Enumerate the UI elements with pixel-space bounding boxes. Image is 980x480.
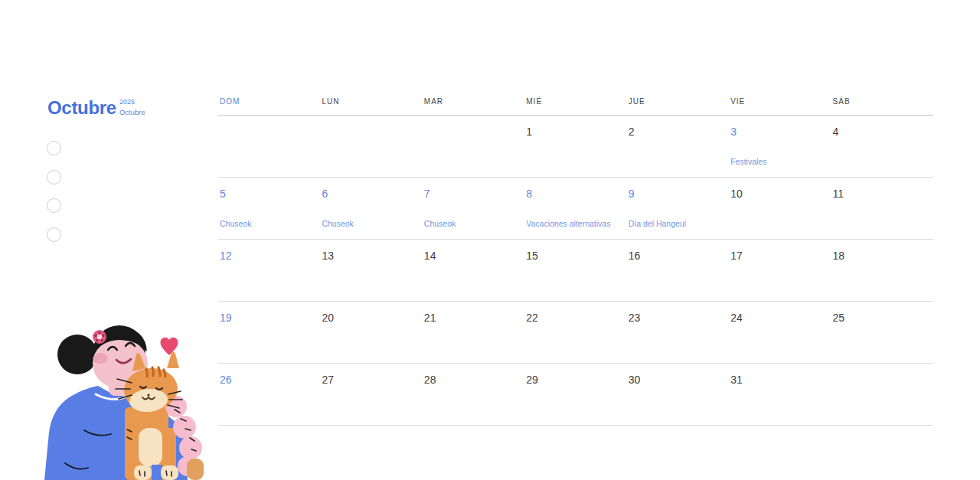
event-label[interactable]: Chuseok: [220, 219, 251, 228]
calendar-cell[interactable]: [423, 116, 524, 177]
calendar-cell[interactable]: 16: [627, 240, 729, 301]
month-title: Octubre: [47, 98, 116, 118]
weekday-header-dom: DOM: [218, 92, 320, 115]
day-number: 19: [220, 312, 317, 323]
day-number: 30: [629, 374, 726, 385]
day-number: 20: [322, 312, 419, 323]
day-number: 21: [424, 312, 521, 323]
calendar-cell[interactable]: 27: [320, 364, 422, 425]
event-label[interactable]: Chuseok: [424, 219, 456, 228]
weekday-header-mar: MAR: [423, 92, 524, 115]
day-number: 7: [424, 188, 521, 199]
event-label[interactable]: Día del Hangeul: [629, 219, 686, 228]
calendar-cell[interactable]: 15: [524, 240, 626, 301]
day-number: 28: [424, 374, 521, 385]
calendar-cell[interactable]: 12: [218, 240, 320, 301]
day-number: 14: [424, 250, 521, 261]
day-number: 22: [526, 312, 623, 323]
day-number: 16: [629, 250, 726, 261]
calendar-cell[interactable]: 18: [831, 240, 933, 301]
weekday-header-lun: LUN: [320, 92, 422, 115]
day-number: 2: [629, 126, 726, 137]
todo-circle[interactable]: [47, 141, 61, 155]
calendar-cell[interactable]: 13: [320, 240, 422, 301]
event-label[interactable]: Vacaciones alternativas: [526, 219, 610, 228]
event-label[interactable]: Chuseok: [322, 219, 353, 228]
day-number: 3: [730, 126, 828, 137]
calendar-cell[interactable]: 4: [831, 116, 933, 177]
calendar-cell[interactable]: 10: [729, 178, 831, 239]
cheek-blush: [93, 353, 108, 364]
day-number: 13: [322, 250, 419, 261]
day-number: 31: [730, 374, 828, 385]
calendar-cell[interactable]: 17: [729, 240, 831, 301]
day-number: 24: [730, 312, 828, 323]
calendar-cell[interactable]: 19: [218, 302, 320, 363]
calendar-cell[interactable]: [320, 116, 422, 177]
calendar-cell[interactable]: 30: [627, 364, 729, 425]
calendar-week-row: 262728293031: [218, 364, 933, 426]
woman-and-cat-illustration: [40, 321, 217, 480]
day-number: 4: [833, 126, 930, 137]
calendar-cell[interactable]: 28: [423, 364, 524, 425]
calendar-cell[interactable]: 1: [524, 116, 626, 177]
calendar-cell[interactable]: 8Vacaciones alternativas: [524, 178, 626, 239]
day-number: 9: [629, 188, 726, 199]
calendar-week-row: 123Festivales4: [218, 116, 933, 178]
day-number: 26: [220, 374, 317, 385]
day-number: 27: [322, 374, 419, 385]
calendar-cell[interactable]: [831, 364, 933, 425]
calendar-cell[interactable]: 6Chuseok: [320, 178, 422, 239]
calendar-cell[interactable]: 20: [320, 302, 422, 363]
calendar-cell[interactable]: 29: [524, 364, 626, 425]
calendar-week-row: 5Chuseok6Chuseok7Chuseok8Vacaciones alte…: [218, 178, 933, 240]
day-number: 6: [322, 188, 419, 199]
hand: [187, 459, 204, 480]
flower-icon: [93, 330, 106, 344]
day-number: 5: [220, 188, 317, 199]
calendar-cell[interactable]: 2: [627, 116, 729, 177]
day-number: 12: [220, 250, 317, 261]
day-number: 11: [833, 188, 930, 199]
day-number: 8: [526, 188, 623, 199]
calendar-cell[interactable]: 23: [627, 302, 729, 363]
calendar-cell[interactable]: 26: [218, 364, 320, 425]
day-number: 29: [526, 374, 623, 385]
calendar-cell[interactable]: [218, 116, 320, 177]
weekday-header-sáb: SÁB: [831, 92, 933, 115]
day-number: 17: [730, 250, 828, 261]
calendar-cell[interactable]: 25: [831, 302, 933, 363]
event-label[interactable]: Festivales: [730, 157, 766, 166]
day-number: 18: [833, 250, 930, 261]
calendar-cell[interactable]: 14: [423, 240, 524, 301]
calendar-cell[interactable]: 22: [524, 302, 626, 363]
calendar: DOMLUNMARMIÉJUEVIESÁB 123Festivales45Chu…: [218, 92, 933, 426]
calendar-week-row: 12131415161718: [218, 240, 933, 302]
calendar-cell[interactable]: 9Día del Hangeul: [627, 178, 729, 239]
weekday-header-vie: VIE: [729, 92, 831, 115]
day-number: 15: [526, 250, 623, 261]
calendar-cell[interactable]: 3Festivales: [729, 116, 831, 177]
day-number: 25: [833, 312, 930, 323]
heart-icon: [160, 338, 178, 355]
calendar-cell[interactable]: 11: [831, 178, 933, 239]
calendar-cell[interactable]: 21: [423, 302, 524, 363]
calendar-title-block: Octubre 2025 Octubre: [47, 98, 145, 118]
calendar-grid: 123Festivales45Chuseok6Chuseok7Chuseok8V…: [218, 116, 933, 426]
calendar-week-row: 19202122232425: [218, 302, 933, 364]
weekday-header-jue: JUE: [627, 92, 729, 115]
title-side-labels: 2025 Octubre: [119, 98, 145, 116]
day-number: 23: [629, 312, 726, 323]
todo-circle[interactable]: [47, 170, 61, 184]
todo-circle[interactable]: [47, 198, 61, 213]
calendar-cell[interactable]: 24: [729, 302, 831, 363]
weekday-header-mié: MIÉ: [524, 92, 626, 115]
calendar-cell[interactable]: 31: [729, 364, 831, 425]
day-number: 10: [730, 188, 828, 199]
todo-circle[interactable]: [47, 227, 61, 242]
todo-circle-list: [47, 141, 61, 256]
day-number: 1: [526, 126, 623, 137]
calendar-cell[interactable]: 5Chuseok: [218, 178, 320, 239]
calendar-cell[interactable]: 7Chuseok: [423, 178, 524, 239]
weekday-header-row: DOMLUNMARMIÉJUEVIESÁB: [218, 92, 933, 116]
